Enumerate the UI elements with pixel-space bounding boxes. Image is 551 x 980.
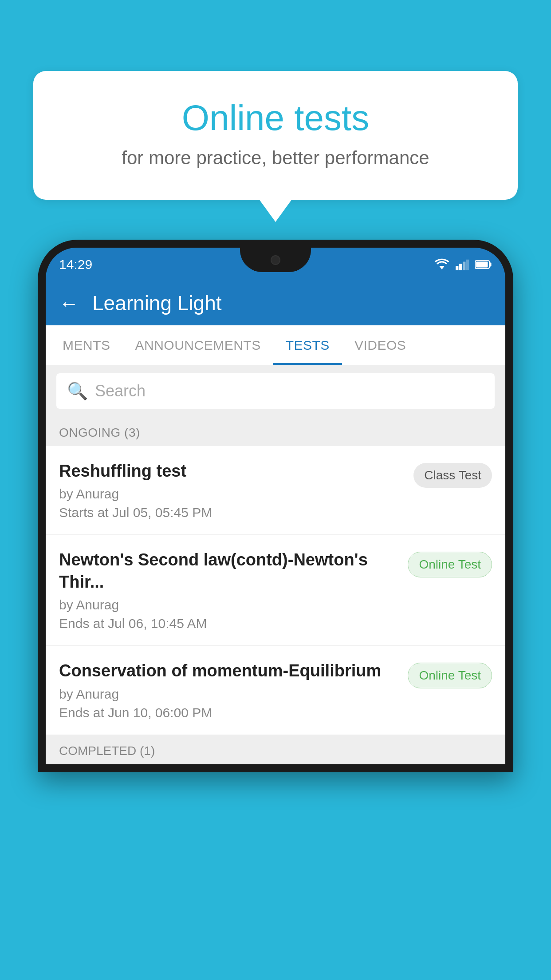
search-icon: 🔍 bbox=[67, 381, 88, 401]
svg-marker-0 bbox=[439, 266, 445, 269]
phone-frame: 14:29 bbox=[38, 240, 513, 980]
test-item-1[interactable]: Reshuffling test by Anurag Starts at Jul… bbox=[46, 446, 505, 535]
battery-icon bbox=[475, 260, 492, 269]
phone-notch bbox=[240, 248, 311, 272]
bubble-title: Online tests bbox=[69, 98, 482, 138]
test-badge-1: Class Test bbox=[413, 463, 492, 488]
wifi-icon bbox=[433, 258, 450, 271]
status-icons bbox=[433, 258, 492, 271]
test-name-1: Reshuffling test bbox=[59, 460, 405, 482]
test-list: Reshuffling test by Anurag Starts at Jul… bbox=[46, 446, 505, 735]
test-time-1: Starts at Jul 05, 05:45 PM bbox=[59, 505, 405, 520]
test-info-3: Conservation of momentum-Equilibrium by … bbox=[59, 660, 399, 720]
section-ongoing-label: ONGOING (3) bbox=[59, 426, 492, 440]
test-author-3: by Anurag bbox=[59, 687, 399, 702]
tab-videos[interactable]: VIDEOS bbox=[342, 325, 418, 365]
svg-rect-2 bbox=[459, 264, 462, 270]
test-name-3: Conservation of momentum-Equilibrium bbox=[59, 660, 399, 682]
section-completed-header: COMPLETED (1) bbox=[46, 735, 505, 764]
svg-rect-7 bbox=[476, 261, 488, 267]
camera bbox=[271, 255, 280, 265]
test-item-2[interactable]: Newton's Second law(contd)-Newton's Thir… bbox=[46, 535, 505, 646]
tab-tests[interactable]: TESTS bbox=[273, 325, 342, 365]
search-bar[interactable]: 🔍 Search bbox=[56, 373, 495, 409]
promo-bubble: Online tests for more practice, better p… bbox=[33, 71, 518, 200]
phone-screen: MENTS ANNOUNCEMENTS TESTS VIDEOS 🔍 Searc… bbox=[46, 325, 505, 764]
test-author-2: by Anurag bbox=[59, 597, 399, 612]
svg-rect-3 bbox=[463, 261, 465, 270]
app-title: Learning Light bbox=[92, 291, 222, 315]
test-time-2: Ends at Jul 06, 10:45 AM bbox=[59, 616, 399, 631]
tabs-bar: MENTS ANNOUNCEMENTS TESTS VIDEOS bbox=[46, 325, 505, 365]
test-badge-2: Online Test bbox=[408, 552, 492, 577]
test-item-3[interactable]: Conservation of momentum-Equilibrium by … bbox=[46, 646, 505, 735]
svg-rect-1 bbox=[456, 266, 458, 270]
test-badge-3: Online Test bbox=[408, 663, 492, 688]
test-author-1: by Anurag bbox=[59, 486, 405, 502]
bubble-subtitle: for more practice, better performance bbox=[69, 147, 482, 169]
status-time: 14:29 bbox=[59, 257, 92, 272]
test-info-2: Newton's Second law(contd)-Newton's Thir… bbox=[59, 549, 399, 631]
tab-ments[interactable]: MENTS bbox=[50, 325, 123, 365]
phone-outer: 14:29 bbox=[38, 240, 513, 772]
svg-rect-6 bbox=[489, 262, 491, 266]
test-info-1: Reshuffling test by Anurag Starts at Jul… bbox=[59, 460, 405, 520]
test-time-3: Ends at Jun 10, 06:00 PM bbox=[59, 705, 399, 720]
tab-announcements[interactable]: ANNOUNCEMENTS bbox=[123, 325, 273, 365]
search-container: 🔍 Search bbox=[46, 365, 505, 417]
search-input[interactable]: Search bbox=[95, 382, 146, 400]
svg-rect-4 bbox=[466, 259, 469, 270]
section-ongoing-header: ONGOING (3) bbox=[46, 417, 505, 446]
app-header: ← Learning Light bbox=[46, 281, 505, 325]
signal-icon bbox=[456, 258, 470, 271]
test-name-2: Newton's Second law(contd)-Newton's Thir… bbox=[59, 549, 399, 593]
back-button[interactable]: ← bbox=[59, 293, 79, 313]
section-completed-label: COMPLETED (1) bbox=[59, 744, 492, 758]
